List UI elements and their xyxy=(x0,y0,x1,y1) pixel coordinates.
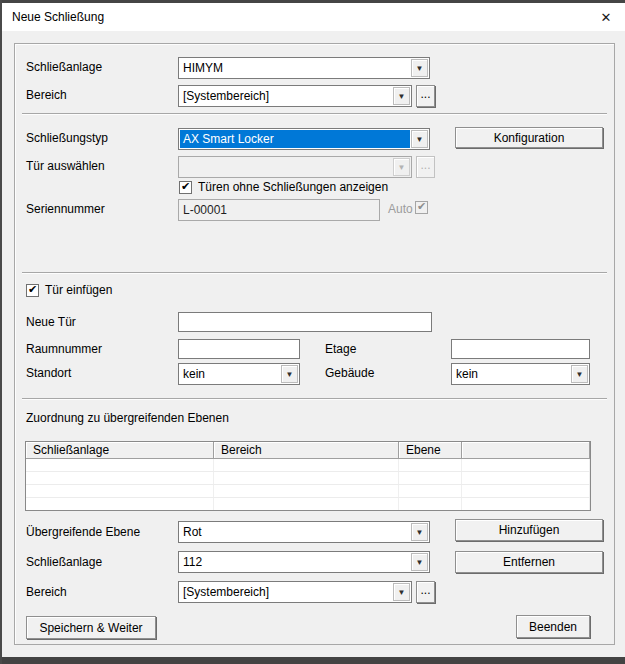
chevron-down-icon[interactable]: ▼ xyxy=(411,130,428,148)
column-header-empty[interactable] xyxy=(462,442,590,459)
configuration-button[interactable]: Konfiguration xyxy=(455,127,603,148)
new-locking-dialog: Neue Schließung ✕ Schließanlage HIMYM ▼ … xyxy=(0,0,625,664)
building-value: kein xyxy=(452,364,570,384)
room-number-label: Raumnummer xyxy=(26,342,102,357)
area-value: [Systembereich] xyxy=(179,86,392,106)
area-combobox[interactable]: [Systembereich] ▼ xyxy=(178,85,412,107)
serial-number-field: L-00001 xyxy=(178,199,380,221)
locking-type-value: AX Smart Locker xyxy=(180,130,410,148)
location-value: kein xyxy=(179,364,280,384)
show-doors-without-lockings-checkbox[interactable]: ✔ xyxy=(179,181,192,194)
quit-button[interactable]: Beenden xyxy=(516,615,590,638)
select-door-browse-button: ... xyxy=(416,156,435,178)
close-icon[interactable]: ✕ xyxy=(597,8,615,26)
floor-input[interactable] xyxy=(451,339,590,359)
section-separator-3 xyxy=(22,398,607,400)
save-and-next-button[interactable]: Speichern & Weiter xyxy=(26,616,156,639)
chevron-down-icon[interactable]: ▼ xyxy=(393,87,410,105)
locking-system-2-value: 112 xyxy=(179,552,410,572)
column-header-area[interactable]: Bereich xyxy=(214,442,399,459)
background-window-edge-bottom xyxy=(2,657,625,664)
location-combobox[interactable]: kein ▼ xyxy=(178,363,300,385)
floor-label: Etage xyxy=(325,342,356,357)
new-door-input[interactable] xyxy=(178,312,432,332)
title-bar[interactable]: Neue Schließung ✕ xyxy=(2,3,625,31)
locking-system-value: HIMYM xyxy=(179,58,410,78)
check-icon: ✔ xyxy=(181,181,190,192)
insert-door-label[interactable]: Tür einfügen xyxy=(45,283,112,298)
chevron-down-icon[interactable]: ▼ xyxy=(393,583,410,601)
column-header-level[interactable]: Ebene xyxy=(399,442,462,459)
section-separator-2 xyxy=(22,272,607,274)
chevron-down-icon[interactable]: ▼ xyxy=(411,523,428,541)
overarching-level-combobox[interactable]: Rot ▼ xyxy=(178,521,430,543)
add-button[interactable]: Hinzufügen xyxy=(455,519,603,541)
area-label: Bereich xyxy=(26,88,67,103)
locking-system-label: Schließanlage xyxy=(26,60,102,75)
remove-button[interactable]: Entfernen xyxy=(455,551,603,573)
show-doors-without-lockings-label[interactable]: Türen ohne Schließungen anzeigen xyxy=(198,180,388,195)
chevron-down-icon[interactable]: ▼ xyxy=(411,553,428,571)
building-combobox[interactable]: kein ▼ xyxy=(451,363,590,385)
chevron-down-icon[interactable]: ▼ xyxy=(411,59,428,77)
overarching-level-value: Rot xyxy=(179,522,410,542)
location-label: Standort xyxy=(26,366,71,381)
table-row xyxy=(26,485,590,498)
serial-number-label: Seriennummer xyxy=(26,202,105,217)
area-browse-button[interactable]: ... xyxy=(416,85,435,107)
auto-label: Auto xyxy=(388,202,413,217)
auto-checkbox: ✔ xyxy=(415,201,428,214)
assignment-table-header: Schließanlage Bereich Ebene xyxy=(26,442,590,459)
new-door-label: Neue Tür xyxy=(26,315,76,330)
chevron-down-icon[interactable]: ▼ xyxy=(281,365,298,383)
assignment-section-title: Zuordnung zu übergreifenden Ebenen xyxy=(26,411,229,426)
select-door-value xyxy=(179,157,392,177)
check-icon: ✔ xyxy=(28,284,37,295)
table-row xyxy=(26,472,590,485)
area-2-combobox[interactable]: [Systembereich] ▼ xyxy=(178,581,412,603)
overarching-level-label: Übergreifende Ebene xyxy=(26,525,140,540)
select-door-label: Tür auswählen xyxy=(26,159,105,174)
chevron-down-icon: ▼ xyxy=(393,158,410,176)
area-2-value: [Systembereich] xyxy=(179,582,392,602)
check-icon: ✔ xyxy=(417,201,426,212)
locking-type-label: Schließungstyp xyxy=(26,131,108,146)
assignment-table[interactable]: Schließanlage Bereich Ebene xyxy=(25,441,591,511)
column-header-locking-system[interactable]: Schließanlage xyxy=(26,442,214,459)
table-row xyxy=(26,459,590,472)
locking-system-2-combobox[interactable]: 112 ▼ xyxy=(178,551,430,573)
locking-system-combobox[interactable]: HIMYM ▼ xyxy=(178,57,430,79)
area-2-label: Bereich xyxy=(26,585,67,600)
dialog-title: Neue Schließung xyxy=(12,10,104,24)
building-label: Gebäude xyxy=(325,366,374,381)
chevron-down-icon[interactable]: ▼ xyxy=(571,365,588,383)
select-door-combobox: ▼ xyxy=(178,156,412,178)
room-number-input[interactable] xyxy=(178,339,300,359)
area-2-browse-button[interactable]: ... xyxy=(416,581,435,603)
section-separator-1 xyxy=(22,113,607,115)
table-row xyxy=(26,498,590,511)
locking-system-2-label: Schließanlage xyxy=(26,555,102,570)
insert-door-checkbox[interactable]: ✔ xyxy=(26,284,39,297)
locking-type-combobox[interactable]: AX Smart Locker ▼ xyxy=(178,128,430,150)
